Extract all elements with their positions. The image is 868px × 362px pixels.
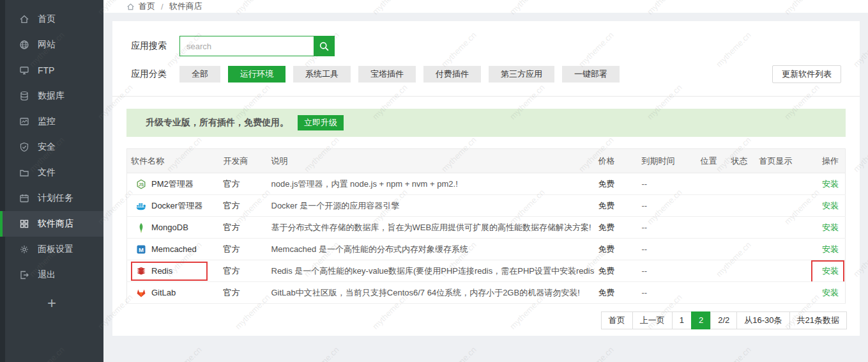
cell-name: Docker管理器 xyxy=(127,195,220,217)
cell-price: 免费 xyxy=(595,239,638,260)
cell-position xyxy=(697,260,727,282)
sidebar-item-label: FTP xyxy=(38,65,54,75)
sidebar-item-label: 首页 xyxy=(38,13,56,25)
category-button[interactable]: 一键部署 xyxy=(562,66,620,83)
sidebar-item[interactable]: 软件商店 xyxy=(0,211,103,237)
cell-developer: 官方 xyxy=(220,282,268,304)
cell-position xyxy=(697,173,727,195)
install-link[interactable]: 安装 xyxy=(822,223,839,232)
software-name: MongoDB xyxy=(151,223,188,232)
sidebar-item[interactable]: 首页 xyxy=(0,6,103,32)
install-link[interactable]: 安装 xyxy=(822,201,839,210)
cell-home-show xyxy=(756,282,798,304)
cell-price: 免费 xyxy=(595,173,638,195)
cell-action: 安装 xyxy=(798,195,846,217)
ftp-icon xyxy=(19,65,29,75)
home-icon xyxy=(126,3,135,11)
cell-action: 安装 xyxy=(798,217,846,239)
cell-action: 安装 xyxy=(798,239,846,260)
pagination-item[interactable]: 2/2 xyxy=(710,311,737,329)
search-label: 应用搜索 xyxy=(131,40,171,52)
category-button[interactable]: 第三方应用 xyxy=(489,66,554,83)
cell-price: 免费 xyxy=(595,217,638,239)
sidebar: 首页 网站 FTP 数据库 监控 安全 文件 计划任务 xyxy=(0,0,103,362)
table-header-row: 软件名称开发商说明价格到期时间位置状态首页显示操作 xyxy=(127,149,846,173)
sidebar-add-button[interactable]: + xyxy=(0,293,103,313)
cell-home-show xyxy=(756,217,798,239)
cell-expire: -- xyxy=(638,260,697,282)
cell-expire: -- xyxy=(638,239,697,260)
search-input[interactable] xyxy=(179,36,314,56)
cell-expire: -- xyxy=(638,217,697,239)
sidebar-item-label: 计划任务 xyxy=(38,193,73,204)
pagination-item[interactable]: 上一页 xyxy=(632,311,673,329)
cell-developer: 官方 xyxy=(220,217,268,239)
category-buttons: 全部运行环境系统工具宝塔插件付费插件第三方应用一键部署 xyxy=(179,66,627,83)
logout-icon xyxy=(19,270,29,280)
software-name-box: GitLab xyxy=(131,283,208,303)
svg-text:M: M xyxy=(139,246,144,253)
install-link[interactable]: 安装 xyxy=(822,179,839,189)
nodejs-icon: JS xyxy=(136,179,146,189)
sidebar-item[interactable]: FTP xyxy=(0,58,103,83)
table-header-cell: 到期时间 xyxy=(638,149,697,173)
table-row: JS PM2管理器 官方 node.js管理器，内置 node.js + npm… xyxy=(127,173,846,195)
sidebar-item[interactable]: 文件 xyxy=(0,160,103,185)
install-link[interactable]: 安装 xyxy=(822,288,839,297)
pagination-item[interactable]: 首页 xyxy=(601,311,633,329)
memcached-icon: M xyxy=(136,244,146,255)
category-button[interactable]: 宝塔插件 xyxy=(358,66,416,83)
search-icon xyxy=(319,41,330,52)
cell-description: GitLab中文社区版，当前只支持Centos6/7 64位系统，内存小于2GB… xyxy=(268,282,595,304)
sidebar-item-label: 网站 xyxy=(38,39,56,51)
upgrade-banner-text: 升级专业版，所有插件，免费使用。 xyxy=(146,117,289,129)
cell-name: Redis xyxy=(127,260,220,282)
category-button[interactable]: 运行环境 xyxy=(228,66,286,83)
software-name: Docker管理器 xyxy=(151,200,202,212)
docker-icon xyxy=(136,201,146,211)
sidebar-item[interactable]: 网站 xyxy=(0,32,103,58)
search-row: 应用搜索 xyxy=(126,36,846,56)
sidebar-item[interactable]: 安全 xyxy=(0,134,103,160)
redis-icon xyxy=(136,266,146,276)
sidebar-item[interactable]: 计划任务 xyxy=(0,185,103,211)
pagination-item[interactable]: 1 xyxy=(672,311,692,329)
cell-action: 安装 xyxy=(798,173,846,195)
search-button[interactable] xyxy=(314,36,335,56)
cell-status xyxy=(727,217,756,239)
sidebar-item[interactable]: 数据库 xyxy=(0,83,103,109)
category-button[interactable]: 系统工具 xyxy=(293,66,351,83)
cell-description: 基于分布式文件存储的数据库，旨在为WEB应用提供可扩展的高性能数据存储解决方案! xyxy=(268,217,595,239)
upgrade-now-button[interactable]: 立即升级 xyxy=(298,115,344,130)
breadcrumb-home[interactable]: 首页 xyxy=(126,1,155,12)
pagination-item[interactable]: 从16-30条 xyxy=(736,311,789,329)
svg-text:JS: JS xyxy=(139,182,144,186)
cell-status xyxy=(727,195,756,217)
pagination-item[interactable]: 2 xyxy=(691,311,711,329)
mongodb-icon xyxy=(136,223,146,233)
sidebar-menu: 首页 网站 FTP 数据库 监控 安全 文件 计划任务 xyxy=(0,0,103,288)
sidebar-item[interactable]: 退出 xyxy=(0,262,103,288)
cell-developer: 官方 xyxy=(220,173,268,195)
cell-description: Memcached 是一个高性能的分布式内存对象缓存系统 xyxy=(268,239,595,260)
sidebar-item[interactable]: 面板设置 xyxy=(0,237,103,262)
category-button[interactable]: 全部 xyxy=(179,66,220,83)
table-header-cell: 软件名称 xyxy=(127,149,220,173)
software-name-box: Docker管理器 xyxy=(131,196,208,216)
upgrade-banner: 升级专业版，所有插件，免费使用。 立即升级 xyxy=(126,109,846,137)
software-name-box: M Memcached xyxy=(131,240,208,259)
software-name: Redis xyxy=(151,266,172,276)
category-button[interactable]: 付费插件 xyxy=(423,66,481,83)
update-software-list-button[interactable]: 更新软件列表 xyxy=(772,65,841,83)
cell-name: MongoDB xyxy=(127,217,220,239)
install-link[interactable]: 安装 xyxy=(822,244,839,254)
gitlab-icon xyxy=(136,288,146,298)
install-link[interactable]: 安装 xyxy=(822,266,839,276)
software-table: 软件名称开发商说明价格到期时间位置状态首页显示操作 JS PM2管理器 官方 n… xyxy=(126,148,846,304)
table-header-cell: 操作 xyxy=(798,149,846,173)
sidebar-item[interactable]: 监控 xyxy=(0,109,103,134)
globe-icon xyxy=(19,40,29,50)
software-name: GitLab xyxy=(151,288,176,297)
pagination-item[interactable]: 共21条数据 xyxy=(789,311,847,329)
cell-developer: 官方 xyxy=(220,195,268,217)
